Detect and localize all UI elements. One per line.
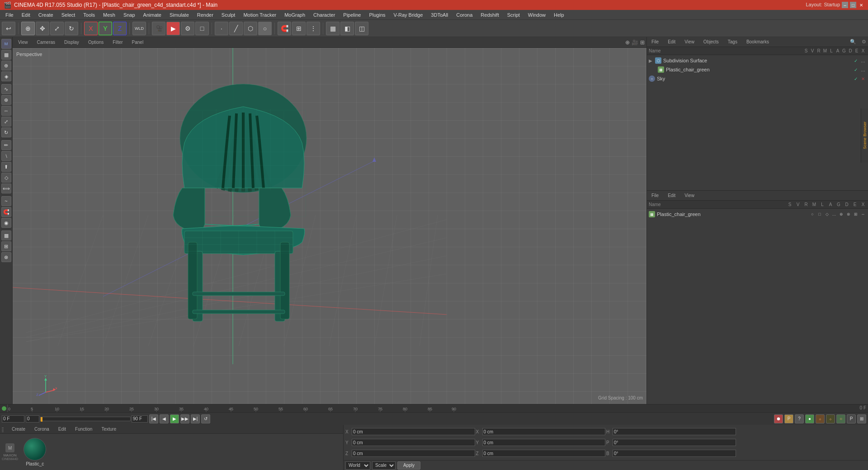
attr-icon-5[interactable]: ⊕ [838,212,844,216]
world-dropdown[interactable]: World Object [345,461,370,470]
coord-h-input[interactable] [613,428,736,435]
timeline-scrubber[interactable] [40,417,131,421]
obj-item-subdivision[interactable]: ▶ ⬡ Subdivision Surface ✓ … [647,56,868,65]
menu-select[interactable]: Select [58,11,79,19]
live-select-button[interactable]: ⊕ [21,22,35,35]
attr-menu-view[interactable]: View [682,192,697,199]
tool-draw[interactable]: ✏ [1,140,11,150]
menu-redshift[interactable]: Redshift [477,11,502,19]
menu-script[interactable]: Script [504,11,524,19]
tl-btn-auto[interactable]: ● [805,414,814,423]
scale-dropdown[interactable]: Scale [372,461,396,470]
obj-item-plastic-chair[interactable]: ▦ Plastic_chair_green ✓ … [647,65,868,74]
goto-start-button[interactable]: |◀ [149,414,158,423]
mat-menu-corona[interactable]: Corona [32,426,52,432]
obj-menu-tags[interactable]: Tags [725,38,740,45]
minimize-button[interactable]: – [842,2,848,8]
tl-key-btn2[interactable]: ⬦ [826,414,835,423]
obj-menu-file[interactable]: File [649,38,661,45]
enable-snapping-button[interactable]: ⊞ [292,22,306,35]
tool-move[interactable]: ↔ [1,106,11,116]
display-wire-button[interactable]: ◫ [355,22,368,35]
obj-menu-bookmarks[interactable]: Bookmarks [744,38,772,45]
render-settings-button[interactable]: ⚙ [181,22,194,35]
goto-end-button[interactable]: ▶| [191,414,200,423]
menu-help[interactable]: Help [550,11,568,19]
apply-button[interactable]: Apply [397,461,420,470]
record-position-button[interactable]: P [784,414,793,423]
tl-btn-question[interactable]: ? [795,414,804,423]
tool-rotate[interactable]: ↻ [1,127,11,137]
3d-viewport[interactable]: Perspective [13,48,646,404]
render-region-button[interactable]: □ [195,22,209,35]
vp-tab-cameras[interactable]: Cameras [33,39,59,46]
loop-button[interactable]: ↺ [201,414,210,423]
vp-tab-view[interactable]: View [14,39,32,46]
obj-menu-objects[interactable]: Objects [701,38,722,45]
menu-create[interactable]: Create [35,11,57,19]
close-button[interactable]: ✕ [858,2,864,8]
menu-corona[interactable]: Corona [453,11,476,19]
tl-key-btn4[interactable]: P [847,414,856,423]
tool-magnet[interactable]: 🧲 [1,207,11,217]
attr-icon-1[interactable]: ○ [809,212,816,216]
mat-menu-create[interactable]: Create [9,426,28,432]
maximize-button[interactable]: □ [850,2,856,8]
y-axis-button[interactable]: Y [99,22,112,35]
coord-p-input[interactable] [613,439,736,446]
mode-model-button[interactable]: M [1,39,11,49]
mode-sculpt-button[interactable]: ◈ [1,71,11,81]
menu-render[interactable]: Render [193,11,217,19]
mat-menu-texture[interactable]: Texture [99,426,119,432]
scale-button[interactable]: ⤢ [50,22,64,35]
coord-y-input[interactable] [352,439,475,446]
tool-smooth[interactable]: ◉ [1,218,11,228]
tl-key-btn1[interactable]: ⬦ [816,414,825,423]
menu-animate[interactable]: Animate [140,11,165,19]
tool-extrude[interactable]: ⬆ [1,162,11,172]
tool-scale[interactable]: ⤢ [1,117,11,127]
menu-sculpt[interactable]: Sculpt [218,11,239,19]
snap-button[interactable]: 🧲 [278,22,291,35]
mode-texture-button[interactable]: ▦ [1,50,11,60]
tool-extra[interactable]: ⊗ [1,252,11,262]
frame-start-input[interactable] [26,415,39,423]
poly-mode-button[interactable]: ⬡ [244,22,257,35]
render-button[interactable]: ▶ [166,22,180,35]
render-preview-button[interactable]: 🎥 [152,22,165,35]
menu-character[interactable]: Character [310,11,339,19]
obj-item-sky[interactable]: ○ Sky ✓ ✕ [647,74,868,83]
record-button[interactable]: ⏺ [774,414,783,423]
vp-icon-lock[interactable]: ⊕ [625,39,630,46]
mode-hair-button[interactable]: ∿ [1,84,11,94]
display-gouraud-button[interactable]: ◧ [340,22,354,35]
attr-menu-file[interactable]: File [649,192,661,199]
object-mode-button[interactable]: ○ [258,22,272,35]
display-flat-button[interactable]: ▦ [326,22,340,35]
menu-plugins[interactable]: Plugins [365,11,389,19]
rotate-button[interactable]: ↻ [65,22,78,35]
move-button[interactable]: ✥ [36,22,49,35]
frame-end-input[interactable] [132,415,148,423]
vp-tab-options[interactable]: Options [85,39,107,46]
vp-icon-camera[interactable]: 🎥 [632,39,638,46]
current-frame-input[interactable] [2,415,24,423]
quantize-button[interactable]: ⋮ [307,22,320,35]
tool-spline[interactable]: ~ [1,196,11,206]
menu-vray[interactable]: V-Ray Bridge [390,11,427,19]
menu-3dtoall[interactable]: 3DToAll [427,11,452,19]
z-axis-button[interactable]: Z [113,22,127,35]
coord-z-input[interactable] [352,450,475,457]
point-mode-button[interactable]: · [215,22,228,35]
attr-menu-edit[interactable]: Edit [665,192,678,199]
menu-tools[interactable]: Tools [80,11,99,19]
attr-icon-8[interactable]: ↔ [860,212,866,216]
menu-edit[interactable]: Edit [18,11,34,19]
menu-pipeline[interactable]: Pipeline [340,11,364,19]
mode-paint-button[interactable]: ⊕ [1,61,11,70]
mat-menu-edit[interactable]: Edit [56,426,69,432]
tool-knife[interactable]: ⧵ [1,151,11,161]
attr-icon-3[interactable]: ◇ [824,212,830,216]
vp-tab-panel[interactable]: Panel [128,39,147,46]
tool-paint2[interactable]: ▦ [1,230,11,240]
